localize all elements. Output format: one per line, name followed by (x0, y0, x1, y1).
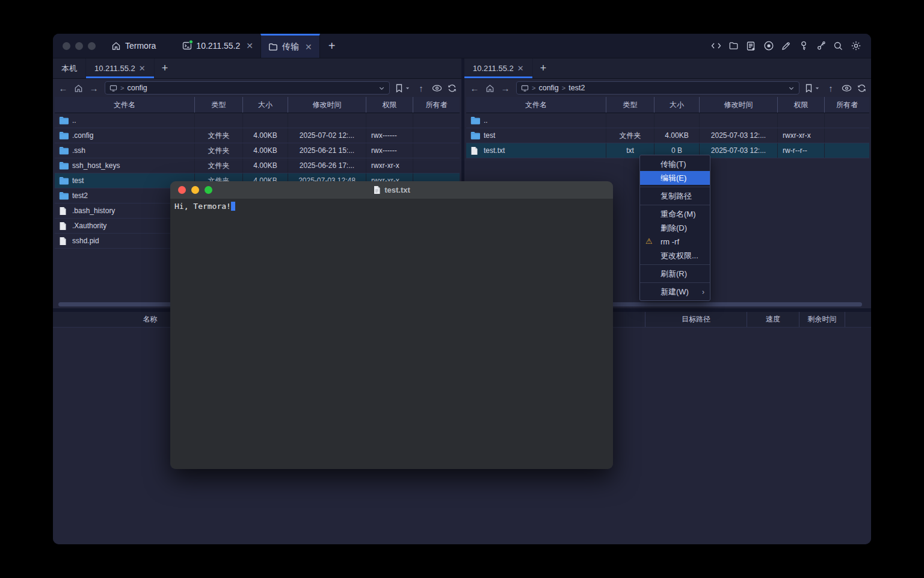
back-icon[interactable]: ← (58, 83, 69, 93)
transfer-col-remaining[interactable]: 剩余时间 (799, 312, 845, 327)
file-owner-cell (413, 113, 460, 128)
bookmark-icon[interactable] (805, 84, 813, 93)
back-icon[interactable]: ← (469, 83, 480, 93)
col-owner[interactable]: 所有者 (825, 97, 869, 113)
col-permissions[interactable]: 权限 (366, 97, 413, 113)
home-icon[interactable] (485, 84, 494, 93)
close-tab-icon[interactable]: ✕ (305, 42, 312, 52)
new-pane-tab-button[interactable]: + (155, 58, 176, 78)
folder-icon[interactable] (728, 40, 739, 52)
editor-titlebar[interactable]: test.txt (170, 181, 613, 199)
col-modified[interactable]: 修改时间 (700, 97, 778, 113)
file-name-cell: test.txt (466, 143, 606, 158)
col-type[interactable]: 类型 (606, 97, 654, 113)
tab-remote-left[interactable]: 10.211.55.2 ✕ (86, 58, 155, 78)
file-permissions-cell: rwx------ (366, 128, 413, 143)
file-name: test2 (72, 191, 88, 200)
warning-icon: ⚠ (645, 237, 653, 246)
record-icon[interactable] (763, 40, 774, 52)
menu-item[interactable]: ⚠rm -rf (640, 235, 710, 249)
file-modified-cell (288, 113, 366, 128)
left-path-input[interactable]: > config (105, 81, 390, 95)
menu-item[interactable]: 编辑(E) (640, 171, 710, 185)
file-size-cell: 4.00KB (243, 158, 288, 173)
code-icon[interactable] (710, 40, 722, 52)
col-modified[interactable]: 修改时间 (288, 97, 366, 113)
bookmark-icon[interactable] (395, 84, 403, 93)
show-hidden-icon[interactable] (842, 84, 852, 92)
folder-icon (59, 176, 69, 185)
menu-separator (640, 205, 710, 205)
home-icon[interactable] (74, 84, 83, 93)
home-icon (111, 41, 121, 51)
table-row[interactable]: ssh_host_keys文件夹4.00KB2025-06-26 17:...r… (55, 158, 460, 173)
parent-dir-icon[interactable]: ↑ (416, 83, 427, 93)
tab-home[interactable]: Termora (104, 34, 163, 58)
chevron-right-icon: > (532, 84, 535, 92)
path-segment[interactable]: config (127, 84, 147, 92)
path-segment[interactable]: test2 (568, 84, 585, 92)
path-segment[interactable]: config (538, 84, 558, 92)
file-owner-cell (825, 143, 869, 158)
search-icon[interactable] (833, 40, 844, 52)
close-tab-icon[interactable]: ✕ (139, 64, 146, 73)
menu-item[interactable]: 更改权限... (640, 249, 710, 263)
keychain-icon[interactable] (815, 40, 827, 52)
snippets-icon[interactable] (745, 40, 757, 52)
tab-transfer[interactable]: 传输 ✕ (260, 34, 320, 58)
table-row[interactable]: test文件夹4.00KB2025-07-03 12:...rwxr-xr-x (466, 128, 869, 143)
transfer-col-target-path[interactable]: 目标路径 (645, 312, 747, 327)
menu-item-label: 更改权限... (661, 250, 698, 261)
col-size[interactable]: 大小 (243, 97, 288, 113)
computer-icon (521, 84, 529, 92)
menu-item[interactable]: 传输(T) (640, 157, 710, 171)
table-row[interactable]: .. (55, 113, 460, 128)
editor-title-text: test.txt (384, 185, 410, 194)
menu-item[interactable]: 新建(W)› (640, 285, 710, 299)
close-tab-icon[interactable]: ✕ (517, 64, 524, 73)
menu-item[interactable]: 重命名(M) (640, 207, 710, 221)
tab-remote-right[interactable]: 10.211.55.2 ✕ (464, 58, 533, 78)
menu-item[interactable]: 复制路径 (640, 189, 710, 203)
folder-icon (470, 131, 480, 140)
editor-content[interactable]: Hi, Termora! (170, 199, 613, 469)
parent-dir-icon[interactable]: ↑ (825, 83, 836, 93)
table-row[interactable]: .config文件夹4.00KB2025-07-02 12:...rwx----… (55, 128, 460, 143)
forward-icon[interactable]: → (88, 83, 99, 93)
show-hidden-icon[interactable] (432, 84, 442, 92)
new-pane-tab-button[interactable]: + (533, 58, 554, 78)
file-size-cell: 4.00KB (243, 128, 288, 143)
transfer-col-speed[interactable]: 速度 (747, 312, 799, 327)
right-path-input[interactable]: > config > test2 (516, 81, 799, 95)
tab-session[interactable]: 10.211.55.2 ✕ (175, 34, 260, 58)
chevron-down-icon[interactable] (378, 85, 385, 92)
folder-icon (59, 116, 69, 125)
folder-icon (268, 42, 278, 52)
key-icon[interactable] (798, 40, 809, 52)
minimize-window-button[interactable] (75, 42, 83, 50)
close-window-button[interactable] (63, 42, 70, 50)
refresh-icon[interactable] (857, 84, 866, 93)
edit-icon[interactable] (780, 40, 792, 52)
col-owner[interactable]: 所有者 (413, 97, 460, 113)
settings-icon[interactable] (850, 40, 861, 52)
folder-icon (59, 131, 69, 140)
col-size[interactable]: 大小 (654, 97, 700, 113)
new-tab-button[interactable]: + (320, 34, 344, 58)
col-filename[interactable]: 文件名 (55, 97, 195, 113)
close-tab-icon[interactable]: ✕ (246, 41, 253, 51)
table-row[interactable]: .. (466, 113, 869, 128)
zoom-window-button[interactable] (88, 42, 96, 50)
table-row[interactable]: .ssh文件夹4.00KB2025-06-21 15:...rwx------ (55, 143, 460, 158)
bookmark-dropdown-icon[interactable] (815, 85, 820, 91)
menu-item[interactable]: 刷新(R) (640, 267, 710, 281)
bookmark-dropdown-icon[interactable] (405, 85, 410, 91)
tab-local[interactable]: 本机 (53, 58, 86, 78)
col-filename[interactable]: 文件名 (466, 97, 606, 113)
forward-icon[interactable]: → (500, 83, 511, 93)
menu-item[interactable]: 删除(D) (640, 221, 710, 235)
col-permissions[interactable]: 权限 (778, 97, 825, 113)
refresh-icon[interactable] (448, 84, 457, 93)
col-type[interactable]: 类型 (195, 97, 243, 113)
chevron-down-icon[interactable] (788, 85, 795, 92)
